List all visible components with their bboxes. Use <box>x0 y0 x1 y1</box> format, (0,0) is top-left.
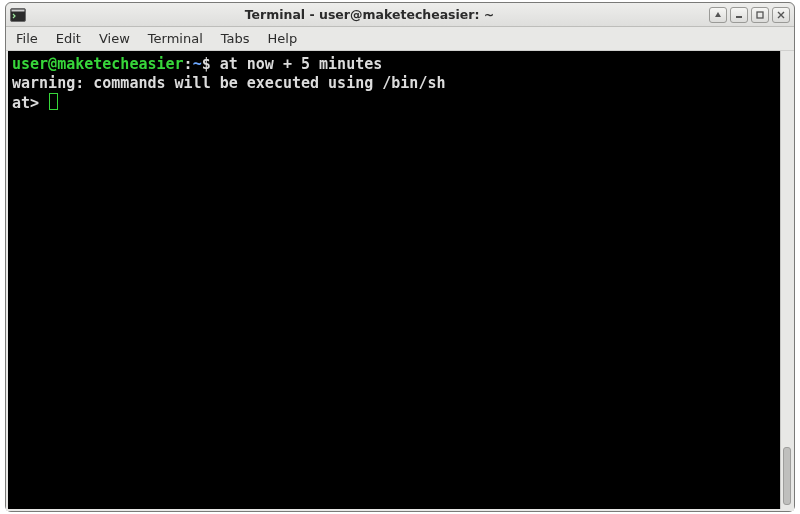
titlebar[interactable]: Terminal - user@maketecheasier: ~ <box>6 3 794 27</box>
command-text: at now + 5 minutes <box>220 55 383 73</box>
terminal-icon <box>10 8 26 22</box>
window-title: Terminal - user@maketecheasier: ~ <box>30 7 709 22</box>
prompt-symbol: $ <box>202 55 211 73</box>
scrollbar[interactable] <box>780 51 792 509</box>
arrow-up-icon <box>714 11 722 19</box>
scrollbar-thumb[interactable] <box>783 447 791 505</box>
svg-rect-3 <box>757 12 763 18</box>
menu-view[interactable]: View <box>97 29 132 48</box>
menu-terminal[interactable]: Terminal <box>146 29 205 48</box>
menu-tabs[interactable]: Tabs <box>219 29 252 48</box>
minimize-button[interactable] <box>730 7 748 23</box>
window-controls <box>709 7 790 23</box>
scroll-up-button[interactable] <box>709 7 727 23</box>
menu-file[interactable]: File <box>14 29 40 48</box>
svg-rect-1 <box>12 9 25 11</box>
minimize-icon <box>735 11 743 19</box>
prompt-separator: : <box>184 55 193 73</box>
close-icon <box>777 11 785 19</box>
terminal-window: Terminal - user@maketecheasier: ~ <box>5 2 795 512</box>
at-prompt: at> <box>12 94 48 112</box>
close-button[interactable] <box>772 7 790 23</box>
prompt-user-host: user@maketecheasier <box>12 55 184 73</box>
warning-line: warning: commands will be executed using… <box>12 74 445 92</box>
terminal-output[interactable]: user@maketecheasier:~$ at now + 5 minute… <box>8 51 780 509</box>
menu-help[interactable]: Help <box>266 29 300 48</box>
svg-rect-2 <box>736 16 742 18</box>
terminal-container: user@maketecheasier:~$ at now + 5 minute… <box>6 51 794 511</box>
cursor <box>49 93 58 110</box>
maximize-icon <box>756 11 764 19</box>
maximize-button[interactable] <box>751 7 769 23</box>
menubar: File Edit View Terminal Tabs Help <box>6 27 794 51</box>
menu-edit[interactable]: Edit <box>54 29 83 48</box>
prompt-cwd: ~ <box>193 55 202 73</box>
